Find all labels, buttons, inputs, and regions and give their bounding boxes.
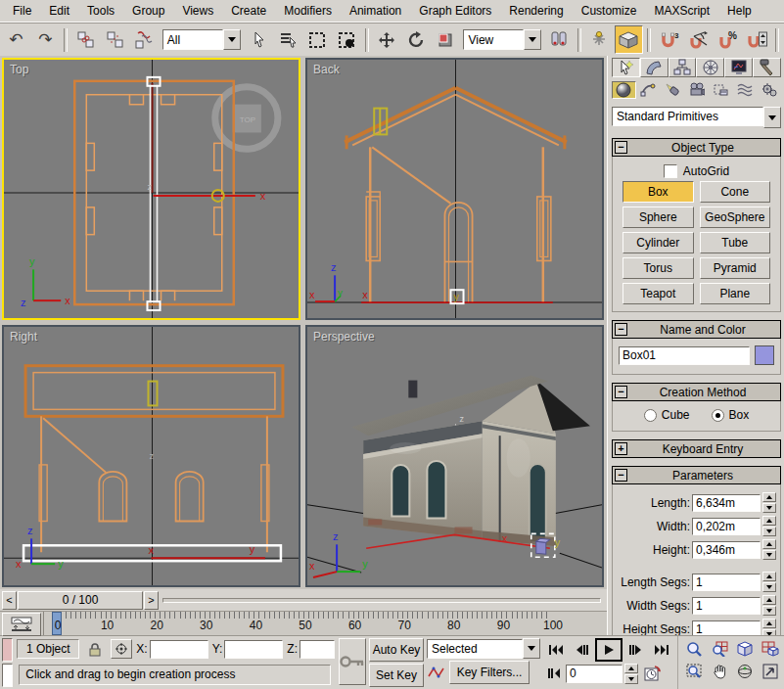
category-cameras[interactable] (684, 81, 709, 99)
parameters-header[interactable]: − Parameters (612, 466, 781, 484)
maxscript-mini-listener[interactable] (0, 636, 15, 689)
y-input[interactable] (224, 640, 283, 659)
menu-rendering[interactable]: Rendering (500, 2, 572, 21)
zoom-extents-all-button[interactable] (759, 638, 782, 660)
absolute-mode-button[interactable] (111, 639, 132, 659)
object-type-teapot-button[interactable]: Teapot (623, 283, 694, 304)
unlink-selection-button[interactable] (101, 25, 129, 54)
select-object-button[interactable] (245, 25, 273, 54)
time-slider-track[interactable] (162, 598, 601, 603)
creation-method-cube-radio[interactable]: Cube (644, 408, 690, 422)
time-slider-prev-button[interactable]: < (2, 591, 17, 610)
category-geometry[interactable] (612, 81, 636, 99)
object-type-torus-button[interactable]: Torus (623, 257, 694, 279)
viewport-back-label[interactable]: Back (313, 63, 340, 76)
spin-down[interactable] (762, 503, 776, 513)
menu-animation[interactable]: Animation (341, 2, 410, 21)
next-frame-button[interactable] (624, 640, 648, 660)
pan-button[interactable] (708, 661, 731, 682)
spin-up[interactable] (762, 492, 776, 502)
object-type-tube-button[interactable]: Tube (700, 232, 771, 253)
track-bar-ruler[interactable]: 0102030405060708090100 (43, 612, 607, 635)
menu-help[interactable]: Help (718, 2, 761, 21)
spinner-snap-button[interactable] (743, 25, 771, 54)
viewport-right-label[interactable]: Right (10, 330, 37, 344)
object-type-cone-button[interactable]: Cone (700, 181, 771, 203)
menu-group[interactable]: Group (123, 2, 173, 21)
time-slider-next-button[interactable]: > (144, 591, 159, 610)
viewport-right[interactable]: Right (2, 325, 300, 587)
tab-modify[interactable] (640, 58, 669, 77)
select-and-manipulate-button[interactable] (585, 25, 614, 54)
selection-lock-button[interactable] (83, 638, 107, 660)
select-and-rotate-button[interactable] (402, 25, 431, 54)
object-type-cylinder-button[interactable]: Cylinder (623, 232, 694, 253)
tab-create[interactable] (612, 58, 640, 77)
spin-up[interactable] (762, 539, 776, 549)
go-to-start-button[interactable] (544, 640, 568, 660)
time-configuration-button[interactable] (640, 663, 664, 684)
viewport-perspective-label[interactable]: Perspective (313, 330, 375, 344)
category-systems[interactable] (757, 81, 781, 99)
window-crossing-button[interactable] (333, 25, 361, 54)
viewport-top-canvas[interactable]: TOP (4, 60, 299, 318)
percent-snap-button[interactable]: % (714, 25, 742, 54)
key-mode-arrow[interactable] (523, 638, 540, 659)
creation-method-header[interactable]: − Creation Method (612, 383, 781, 401)
object-category-arrow[interactable] (763, 107, 781, 128)
param-spinner[interactable] (762, 492, 776, 513)
menu-tools[interactable]: Tools (78, 2, 123, 21)
category-space-warps[interactable] (733, 81, 758, 99)
z-input[interactable] (300, 640, 335, 659)
viewport-perspective-canvas[interactable]: z (307, 327, 602, 585)
selection-filter-dropdown[interactable]: All (162, 29, 241, 50)
zoom-button[interactable] (682, 638, 706, 660)
auto-key-button[interactable]: Auto Key (369, 638, 424, 662)
default-in-out-tangent-button[interactable] (427, 662, 446, 683)
menu-create[interactable]: Create (222, 2, 275, 21)
current-frame-field[interactable]: 0 (566, 665, 623, 683)
param-spinner[interactable] (762, 539, 776, 560)
menu-views[interactable]: Views (173, 2, 222, 21)
param-input-length-segs[interactable]: 1 (692, 574, 761, 591)
play-button[interactable] (595, 638, 623, 662)
category-lights[interactable] (660, 81, 684, 99)
tab-motion[interactable] (696, 58, 724, 77)
viewport-top-label[interactable]: Top (10, 63, 28, 76)
param-input-width[interactable]: 0,202m (692, 518, 761, 535)
param-input-height[interactable]: 0,346m (692, 541, 761, 559)
set-keys-button[interactable] (339, 638, 366, 685)
key-mode-toggle-button[interactable] (544, 664, 564, 683)
viewport-back[interactable]: Back (305, 58, 604, 320)
mini-curve-editor-button[interactable] (2, 613, 41, 636)
bind-to-space-warp-button[interactable] (130, 25, 159, 54)
tab-display[interactable] (724, 58, 753, 77)
spin-up[interactable] (762, 619, 776, 628)
reference-coordinate-arrow[interactable] (524, 29, 541, 50)
macro-recorder-pane[interactable] (2, 638, 13, 662)
previous-frame-button[interactable] (570, 640, 593, 660)
object-type-plane-button[interactable]: Plane (700, 283, 771, 304)
param-spinner[interactable] (762, 572, 776, 592)
object-type-geosphere-button[interactable]: GeoSphere (700, 207, 771, 228)
undo-button[interactable]: ↶ (2, 25, 30, 54)
spin-up[interactable] (762, 572, 776, 581)
autogrid-checkbox[interactable] (664, 164, 677, 178)
key-filters-button[interactable]: Key Filters... (449, 661, 530, 684)
spin-down[interactable] (762, 582, 776, 592)
param-input-width-segs[interactable]: 1 (692, 597, 761, 615)
spin-up[interactable] (762, 516, 776, 526)
tab-utilities[interactable] (753, 58, 781, 77)
angle-snap-button[interactable] (684, 25, 713, 54)
go-to-end-button[interactable] (650, 640, 673, 660)
time-slider-handle[interactable]: 0 / 100 (18, 591, 143, 610)
spin-up[interactable] (624, 664, 638, 673)
spin-down[interactable] (762, 606, 776, 616)
creation-method-box-radio[interactable]: Box (712, 408, 750, 422)
spin-down[interactable] (762, 550, 776, 560)
viewport-back-canvas[interactable]: x y z x y (307, 60, 602, 318)
object-type-pyramid-button[interactable]: Pyramid (700, 257, 771, 279)
arc-rotate-button[interactable] (733, 661, 757, 682)
snap-toggle-3d-button[interactable]: 3 (655, 25, 683, 54)
menu-maxscript[interactable]: MAXScript (645, 2, 718, 21)
